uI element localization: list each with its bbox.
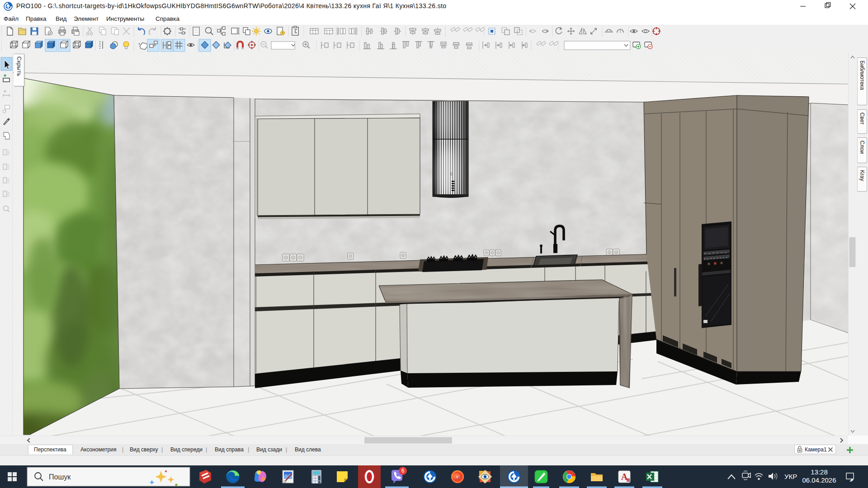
svg-text:LT: LT [627, 479, 630, 482]
svg-text:6: 6 [401, 468, 405, 474]
svg-text:06.04.2026: 06.04.2026 [802, 476, 836, 484]
svg-text:Пошук: Пошук [49, 473, 71, 481]
svg-text:УКР: УКР [784, 473, 797, 480]
svg-text:13:28: 13:28 [811, 468, 828, 476]
